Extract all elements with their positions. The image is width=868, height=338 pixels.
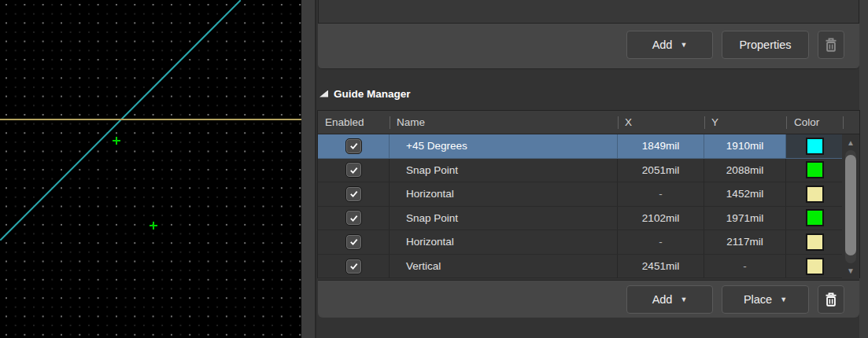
chevron-down-icon: ▼ <box>780 296 787 303</box>
guide-name: Snap Point <box>390 207 618 230</box>
guide-y-value: 1971mil <box>704 207 786 230</box>
guide-row[interactable]: Vertical2451mil- <box>318 255 843 279</box>
enabled-cell <box>318 182 390 206</box>
enabled-cell <box>318 230 390 254</box>
properties-panel-window: Add ▼ Properties <box>0 0 868 338</box>
guide-name: Horizontal <box>390 230 618 254</box>
place-button[interactable]: Place ▼ <box>722 285 809 314</box>
add-button[interactable]: Add ▼ <box>626 31 713 59</box>
column-separator <box>618 116 619 129</box>
guide-table-body: +45 Degrees1849mil1910milSnap Point2051m… <box>318 134 843 278</box>
color-swatch[interactable] <box>806 161 824 178</box>
guide-name: Snap Point <box>390 159 618 182</box>
column-separator <box>704 116 705 129</box>
guide-y-value: - <box>704 255 786 278</box>
color-cell <box>786 182 843 206</box>
place-button-label: Place <box>744 293 772 306</box>
scrollbar-thumb[interactable] <box>845 155 856 255</box>
column-header-enabled[interactable]: Enabled <box>318 111 390 134</box>
column-header-spacer <box>843 111 859 134</box>
column-header-x[interactable]: X <box>618 111 704 134</box>
guide-y-value: 1452mil <box>704 182 786 206</box>
properties-button[interactable]: Properties <box>722 31 809 59</box>
scroll-up-arrow-icon[interactable]: ▲ <box>842 136 859 149</box>
properties-panel: Add ▼ Properties <box>318 0 859 338</box>
enabled-checkbox[interactable] <box>345 162 362 178</box>
upper-button-row: Add ▼ Properties <box>318 27 859 68</box>
enabled-checkbox[interactable] <box>345 210 362 226</box>
delete-guide-button[interactable] <box>818 285 844 314</box>
guide-manager-footer: Add ▼ Place ▼ <box>318 280 859 318</box>
color-cell <box>786 255 843 278</box>
properties-button-label: Properties <box>739 39 791 51</box>
color-cell <box>786 159 843 182</box>
guide-x-value: 2451mil <box>618 255 704 278</box>
column-header-y[interactable]: Y <box>704 111 786 134</box>
pcb-canvas[interactable] <box>0 0 301 338</box>
column-separator <box>390 116 390 129</box>
color-cell <box>786 230 843 254</box>
snap-point-marker[interactable] <box>150 222 157 230</box>
collapse-triangle-icon[interactable] <box>319 90 328 97</box>
guide-x-value: 1849mil <box>618 134 704 158</box>
enabled-checkbox[interactable] <box>345 138 362 154</box>
trash-icon <box>823 37 839 53</box>
color-cell <box>786 207 843 230</box>
guide-y-value: 2088mil <box>704 159 786 182</box>
add-guide-button-label: Add <box>652 293 673 306</box>
enabled-cell <box>318 134 390 158</box>
chevron-down-icon: ▼ <box>680 42 687 49</box>
guide-x-value: 2051mil <box>618 159 704 182</box>
guide-line-horizontal[interactable] <box>0 119 301 120</box>
color-cell <box>786 134 843 158</box>
guide-x-value: - <box>618 182 704 206</box>
add-button-label: Add <box>652 39 673 51</box>
enabled-cell <box>318 255 390 278</box>
guide-name: Vertical <box>390 255 618 278</box>
guide-y-value: 2117mil <box>704 230 786 254</box>
upper-section: Add ▼ Properties <box>318 0 859 69</box>
upper-list-box[interactable] <box>318 0 859 24</box>
guide-row[interactable]: Horizontal-2117mil <box>318 230 843 255</box>
snap-point-marker[interactable] <box>113 137 120 145</box>
guide-y-value: 1910mil <box>704 134 786 158</box>
delete-button-disabled <box>818 31 844 59</box>
color-swatch[interactable] <box>806 186 824 203</box>
guide-table: Enabled Name X Y Color <box>317 110 860 278</box>
guide-x-value: 2102mil <box>618 207 704 230</box>
guide-row[interactable]: Snap Point2102mil1971mil <box>318 207 843 231</box>
color-swatch[interactable] <box>806 138 824 155</box>
column-header-color[interactable]: Color <box>786 111 843 134</box>
guide-manager-header[interactable]: Guide Manager <box>319 82 411 105</box>
column-header-name[interactable]: Name <box>390 111 618 134</box>
scroll-down-arrow-icon[interactable]: ▼ <box>842 264 859 277</box>
guide-name: +45 Degrees <box>390 134 618 158</box>
footer-button-row: Add ▼ Place ▼ <box>318 281 859 318</box>
column-separator <box>843 116 844 129</box>
panel-gutter-left <box>301 0 316 338</box>
enabled-checkbox[interactable] <box>345 186 362 202</box>
guide-row[interactable]: Snap Point2051mil2088mil <box>318 159 843 183</box>
add-guide-button[interactable]: Add ▼ <box>626 285 713 314</box>
color-swatch[interactable] <box>806 258 824 275</box>
column-separator <box>786 116 787 129</box>
enabled-checkbox[interactable] <box>345 234 362 250</box>
guide-x-value: - <box>618 230 704 254</box>
guide-table-header: Enabled Name X Y Color <box>318 111 859 134</box>
color-swatch[interactable] <box>806 233 824 251</box>
chevron-down-icon: ▼ <box>680 296 687 303</box>
color-swatch[interactable] <box>806 209 824 226</box>
enabled-checkbox[interactable] <box>345 259 362 274</box>
guide-row[interactable]: +45 Degrees1849mil1910mil <box>318 134 843 159</box>
enabled-cell <box>318 207 390 230</box>
trash-icon <box>823 292 839 307</box>
section-title: Guide Manager <box>334 88 411 100</box>
enabled-cell <box>318 159 390 182</box>
table-scrollbar: ▲ ▼ <box>842 134 859 278</box>
panel-gutter-right <box>859 0 868 338</box>
guide-row[interactable]: Horizontal-1452mil <box>318 182 843 207</box>
guide-name: Horizontal <box>390 182 618 206</box>
